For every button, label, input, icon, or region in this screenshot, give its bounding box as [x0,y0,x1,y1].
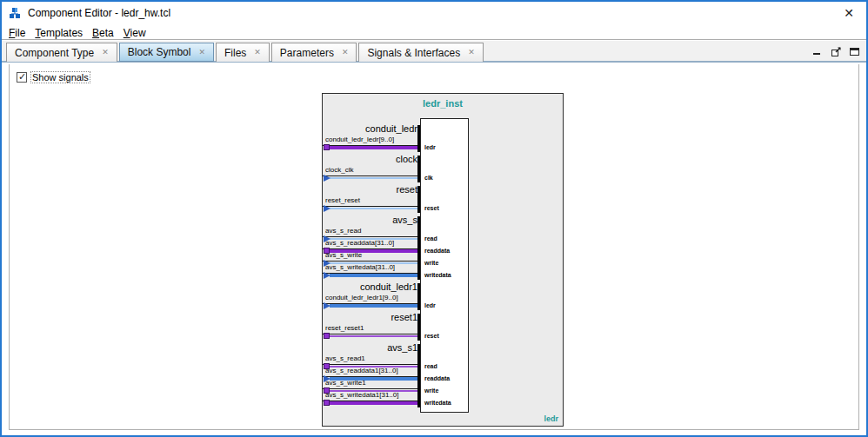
signal-underline [323,388,420,389]
tab-close-icon[interactable]: ✕ [102,49,109,56]
tab-label: Signals & Interfaces [367,47,460,59]
component-editor-app-icon [9,7,21,19]
interface-port-bar [417,216,420,280]
menu-item-templates[interactable]: Templates [32,26,85,40]
signal-underline [323,175,420,176]
output-arrow-icon [324,400,330,406]
signal-wire-clock-clk [330,177,420,179]
signal-label-avs-s-write1: avs_s_write1 [325,379,366,387]
signal-underline [323,236,420,237]
port-label-readdata: readdata [424,375,450,381]
checkmark-icon: ✓ [18,71,26,83]
port-label-writedata: writedata [424,400,451,406]
port-label-writedata: writedata [424,272,451,278]
minimize-button[interactable] [811,45,824,57]
tab-close-icon[interactable]: ✕ [468,49,475,56]
port-label-readdata: readdata [424,248,450,254]
port-label-reset: reset [424,333,439,339]
signal-underline [323,334,420,334]
interface-heading-reset1: reset1 [323,312,417,322]
interface-port-bar [417,283,420,310]
menu-item-view[interactable]: View [121,26,149,40]
tab-close-icon[interactable]: ✕ [198,49,205,56]
signal-label-avs-s-writedata-31-0: avs_s_writedata[31..0] [325,263,395,271]
input-arrow-icon [324,175,331,182]
port-label-reset: reset [424,205,439,211]
maximize-button[interactable] [848,45,860,57]
interface-port-bar [417,314,420,341]
window-close-icon[interactable]: ✕ [840,4,858,22]
interface-port-bar [417,156,420,182]
signal-underline [323,364,420,365]
input-arrow-icon [324,302,331,309]
tab-component-type[interactable]: Component Type✕ [6,43,117,62]
port-label-read: read [424,235,437,242]
signal-wire-reset-reset1 [330,335,420,337]
tab-close-icon[interactable]: ✕ [342,49,349,56]
minimize-icon [812,46,823,56]
signal-label-avs-s-write: avs_s_write [325,251,362,259]
tab-signals-interfaces[interactable]: Signals & Interfaces✕ [358,43,483,62]
signal-label-conduit-ledr-ledr-9-0: conduit_ledr_ledr[9..0] [325,136,394,143]
tab-label: Files [224,47,246,59]
tab-label: Component Type [15,47,94,59]
port-label-write: write [424,260,438,266]
signal-label-conduit-ledr-ledr1-9-0: conduit_ledr_ledr1[9..0] [325,294,398,301]
interface-port-bar [417,125,420,152]
menu-item-file[interactable]: File [6,26,28,40]
output-arrow-icon [324,144,330,150]
input-arrow-icon [324,272,331,279]
show-signals-checkbox[interactable]: ✓ [17,72,27,83]
input-arrow-icon [324,205,331,212]
tab-label: Block Symbol [128,46,191,58]
interface-heading-avs-s1: avs_s1 [323,342,417,353]
port-label-write: write [424,387,438,394]
interface-heading-avs-s: avs_s [323,215,417,225]
component-type-label: ledr [544,414,558,423]
signal-label-avs-s-read1: avs_s_read1 [325,354,365,362]
block-symbol-diagram: ledr_inst conduit_ledrconduit_ledr_ledr[… [322,93,564,427]
signal-label-reset-reset: reset_reset [325,196,360,204]
interface-port-bar [417,186,420,213]
signal-wire-conduit-ledr-ledr-9-0 [330,146,420,149]
instance-name-label: ledr_inst [323,98,563,109]
signal-label-reset-reset1: reset_reset1 [325,324,364,332]
signal-wire-reset-reset [330,208,420,209]
port-label-read: read [424,363,437,369]
port-label-ledr: ledr [424,144,436,150]
signal-label-avs-s-writedata1-31-0: avs_s_writedata1[31..0] [325,391,399,399]
component-editor-window: Component Editor - ledr_hw.tcl ✕ FileTem… [0,0,868,437]
signal-underline [323,261,420,262]
interface-heading-reset: reset [323,184,417,195]
show-signals-label[interactable]: Show signals [30,71,90,83]
signal-wire-avs-s-writedata1-31-0 [330,401,420,405]
frame-controls [811,45,860,57]
signal-wire-avs-s-writedata-31-0 [330,274,420,277]
tab-label: Parameters [280,47,334,59]
signal-label-clock-clk: clock_clk [325,166,353,174]
port-label-clk: clk [424,175,433,181]
signal-label-avs-s-readdata1-31-0: avs_s_readdata1[31..0] [325,367,398,374]
interface-heading-clock: clock [323,154,417,164]
tab-list: Component Type✕Block Symbol✕Files✕Parame… [6,43,485,63]
interface-port-bar [417,344,420,407]
tab-files[interactable]: Files✕ [216,43,270,62]
menu-item-beta[interactable]: Beta [90,26,117,40]
signal-wire-conduit-ledr-ledr1-9-0 [330,304,420,308]
menu-bar: FileTemplatesBetaView [2,24,866,40]
interface-heading-conduit-ledr: conduit_ledr [323,123,417,134]
float-window-button[interactable] [830,45,842,57]
title-bar: Component Editor - ledr_hw.tcl ✕ [2,2,866,24]
signal-underline [323,206,420,207]
output-arrow-icon [324,333,330,339]
signal-label-avs-s-read: avs_s_read [325,227,361,235]
window-title: Component Editor - ledr_hw.tcl [28,7,170,19]
port-label-ledr: ledr [424,302,436,308]
tab-close-icon[interactable]: ✕ [254,49,261,56]
tab-parameters[interactable]: Parameters✕ [271,43,357,62]
float-window-icon [831,46,842,57]
tab-block-symbol[interactable]: Block Symbol✕ [119,43,214,62]
maximize-icon [849,46,860,57]
show-signals-control: ✓ Show signals [17,71,90,83]
signal-label-avs-s-readdata-31-0: avs_s_readdata[31..0] [325,239,394,247]
